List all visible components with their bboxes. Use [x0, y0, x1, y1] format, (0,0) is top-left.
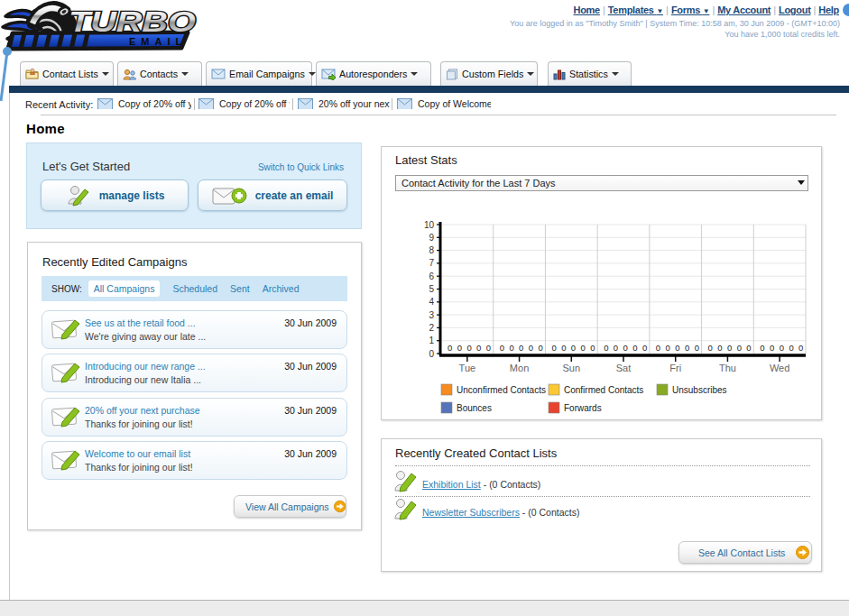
svg-text:0: 0 — [760, 343, 764, 353]
svg-text:0: 0 — [675, 343, 679, 353]
svg-text:10: 10 — [424, 220, 435, 230]
svg-text:0: 0 — [685, 343, 689, 353]
svg-text:Forwards: Forwards — [564, 403, 602, 413]
svg-text:0: 0 — [656, 343, 660, 353]
svg-text:Confirmed Contacts: Confirmed Contacts — [564, 385, 643, 395]
svg-text:0: 0 — [666, 343, 670, 353]
svg-text:5: 5 — [429, 284, 434, 294]
svg-text:Fri: Fri — [669, 363, 681, 373]
svg-text:0: 0 — [529, 343, 533, 353]
svg-text:9: 9 — [429, 233, 434, 243]
svg-text:0: 0 — [476, 343, 481, 353]
svg-text:4: 4 — [429, 297, 434, 307]
svg-text:Unconfirmed Contacts: Unconfirmed Contacts — [457, 385, 546, 395]
svg-text:0: 0 — [551, 343, 556, 353]
svg-text:Bounces: Bounces — [457, 403, 492, 413]
svg-text:0: 0 — [466, 343, 471, 353]
svg-text:6: 6 — [429, 271, 434, 281]
svg-text:0: 0 — [519, 343, 523, 353]
svg-text:Sun: Sun — [562, 363, 580, 373]
svg-text:Sat: Sat — [616, 363, 632, 373]
svg-text:7: 7 — [429, 258, 434, 268]
svg-text:0: 0 — [614, 343, 618, 353]
svg-text:0: 0 — [695, 343, 699, 353]
svg-text:0: 0 — [717, 343, 722, 353]
svg-text:3: 3 — [429, 310, 434, 320]
svg-text:0: 0 — [448, 343, 452, 353]
svg-text:Unsubscribes: Unsubscribes — [672, 385, 727, 395]
svg-text:0: 0 — [737, 343, 742, 353]
svg-text:0: 0 — [623, 343, 628, 353]
svg-text:0: 0 — [581, 343, 586, 353]
svg-text:0: 0 — [539, 343, 543, 353]
svg-text:0: 0 — [798, 343, 803, 353]
svg-text:0: 0 — [571, 343, 576, 353]
svg-text:0: 0 — [509, 343, 513, 353]
svg-text:0: 0 — [632, 343, 637, 353]
svg-text:0: 0 — [486, 343, 491, 353]
svg-text:0: 0 — [708, 343, 713, 353]
svg-text:0: 0 — [642, 343, 647, 353]
svg-text:2: 2 — [429, 323, 434, 333]
svg-text:Mon: Mon — [510, 363, 529, 373]
svg-text:0: 0 — [604, 343, 608, 353]
svg-text:0: 0 — [561, 343, 566, 353]
svg-text:0: 0 — [500, 343, 504, 353]
svg-text:0: 0 — [457, 343, 462, 353]
svg-text:Thu: Thu — [719, 363, 736, 373]
svg-text:0: 0 — [746, 343, 751, 353]
svg-text:0: 0 — [780, 343, 784, 353]
svg-text:Tue: Tue — [459, 363, 476, 373]
svg-text:1: 1 — [429, 336, 434, 345]
svg-text:8: 8 — [429, 245, 434, 255]
svg-text:0: 0 — [727, 343, 732, 353]
svg-text:0: 0 — [429, 349, 434, 359]
svg-text:Wed: Wed — [770, 363, 789, 373]
svg-text:0: 0 — [590, 343, 595, 353]
svg-text:0: 0 — [770, 343, 774, 353]
svg-text:TURBO: TURBO — [69, 6, 196, 38]
svg-text:0: 0 — [789, 343, 793, 353]
